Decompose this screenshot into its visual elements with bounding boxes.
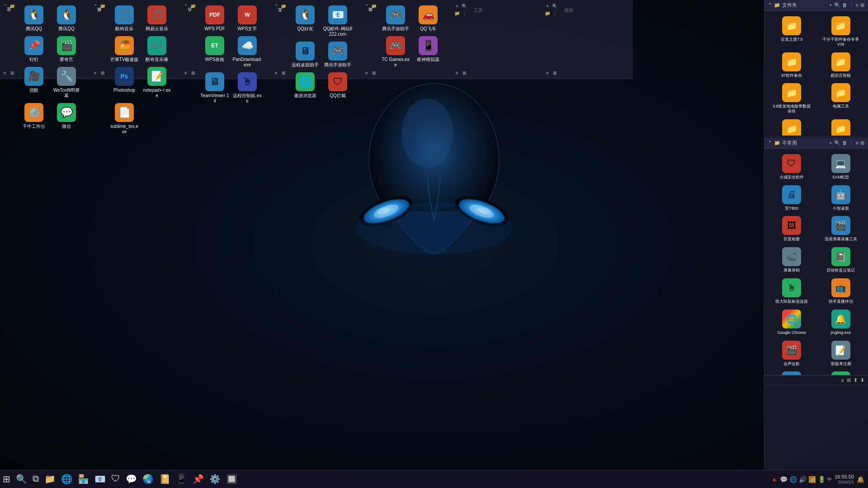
taskbar-app15[interactable]: 🔲 (223, 470, 240, 488)
app-youku[interactable]: 🎥 优酷 (18, 65, 50, 100)
app-qq-friend[interactable]: 🐧 QQ好友 (289, 4, 321, 39)
app-iqiyi[interactable]: 🎬 爱奇艺 (51, 34, 82, 64)
bar6-grid-view[interactable]: ⊞ (461, 70, 467, 76)
app-maxthon[interactable]: 🌐 遨游浏览器 (289, 70, 321, 100)
rp-app-flashfxp[interactable]: 📁 FlashFXP (817, 117, 865, 136)
rp-app-kuaishou[interactable]: 📺 快手直播伴侣 (817, 277, 865, 306)
bar1-list-view[interactable]: ≡ (2, 70, 8, 76)
app-wps-excel[interactable]: ET WPS表格 (199, 34, 231, 70)
app-sublime[interactable]: 📄 sublime_tex.exe (108, 101, 140, 136)
bar6-add[interactable]: + (454, 3, 460, 9)
tray-notification[interactable]: 🔔 (857, 476, 864, 483)
app-tencent-game[interactable]: 🎮 腾讯手游助手 (322, 40, 354, 70)
app-netease-music[interactable]: 🎵 网易云音乐 (141, 4, 173, 33)
bar1-folder[interactable]: 📁 (9, 3, 15, 9)
app-tc-games[interactable]: 🎮 TC Games.exe (380, 34, 411, 70)
rp-app-jingling[interactable]: 🔔 jingling.exe (817, 308, 865, 337)
right-panel-files-delete[interactable]: 🗑 (842, 2, 847, 8)
rp-app-new-register[interactable]: 📝 '新版本注册 (817, 339, 865, 368)
bar2-collapse[interactable]: ⌃ (92, 3, 99, 9)
rp-app-wechat-dev[interactable]: 🔧 微信开发调软件v2.2 (817, 370, 865, 375)
app-wetool[interactable]: 🔧 WeToolMR屏幕 (51, 65, 82, 100)
right-panel-files-gridview[interactable]: ⊞ (860, 2, 864, 8)
bar7-folder[interactable]: 📁 (544, 10, 551, 16)
taskbar-onenote[interactable]: 📔 (156, 470, 173, 488)
app-game-helper[interactable]: 🎮 腾讯手游助手 (380, 4, 411, 33)
app-wps-pdf[interactable]: PDF WPS PDF (199, 4, 231, 33)
bar7-grid-view[interactable]: ⊞ (552, 70, 558, 76)
taskbar-dingding[interactable]: 📌 (190, 470, 207, 488)
tray-battery[interactable]: 🔋 (818, 476, 826, 483)
bar3-list-view[interactable]: ≡ (183, 70, 189, 76)
bar1-grid-view[interactable]: ⊞ (9, 70, 15, 76)
taskbar-phone[interactable]: 📱 (173, 470, 190, 488)
taskbar-search[interactable]: 🔍 (13, 470, 30, 488)
app-remote-desktop[interactable]: 🖥 远程桌面助手 (289, 40, 321, 70)
rp-app-easy[interactable]: 📁 易语言智能 (817, 51, 865, 80)
taskbar-start[interactable]: ⊞ (0, 470, 13, 488)
rp-app-dism[interactable]: 💾 Dism++域坡极版 (768, 370, 816, 375)
bar4-folder[interactable]: 📁 (280, 3, 287, 9)
bar5-folder[interactable]: 📁 (371, 3, 377, 9)
bar3-folder[interactable]: 📁 (190, 3, 196, 9)
bar3-collapse[interactable]: ⌃ (183, 3, 189, 9)
right-panel-unused-more[interactable]: ⋮ (849, 140, 854, 146)
app-dingding[interactable]: 📌 钉钉 (18, 34, 50, 64)
bottom-rp-download[interactable]: ⬇ (860, 377, 864, 383)
tray-arrow[interactable]: 🔺 (770, 476, 778, 483)
bar2-grid-view[interactable]: ⊞ (99, 70, 106, 76)
taskbar-settings[interactable]: ⚙️ (207, 470, 223, 488)
app-photoshop[interactable]: Ps Photoshop (108, 65, 140, 100)
right-panel-files-listview[interactable]: ≡ (856, 2, 859, 8)
tray-network[interactable]: 🌐 (789, 476, 797, 483)
rp-app-pc-tools[interactable]: 📁 电脑工具 (817, 81, 865, 116)
app-wps-word[interactable]: W WPS文字 (231, 4, 263, 33)
tray-volume[interactable]: 🔊 (799, 476, 807, 483)
app-teamviewer[interactable]: 🖥 TeamViewer 14 (199, 70, 231, 106)
bar4-list-view[interactable]: ≡ (273, 70, 279, 76)
app-notepadpp[interactable]: 📝 notepad++.exe (141, 65, 173, 100)
right-panel-files-more[interactable]: ⋮ (849, 2, 854, 8)
bar7-more[interactable]: ⋮ (552, 10, 558, 16)
app-pandownload[interactable]: ☁️ PanDownload.exe (231, 34, 263, 70)
rp-app-97[interactable]: 📁 97软件备份 (768, 51, 816, 80)
bar7-search[interactable]: 🔍 (552, 3, 558, 9)
rp-app-xiaozhi[interactable]: 🤖 小智桌面 (817, 183, 865, 213)
taskbar-store[interactable]: 🏪 (75, 470, 92, 488)
bar5-collapse[interactable]: ⌃ (363, 3, 370, 9)
taskbar-wechat[interactable]: 💬 (123, 470, 140, 488)
app-remote-mouse[interactable]: 🖱 远程控制鼠.exe (231, 70, 263, 106)
rp-app-fire-security[interactable]: 🛡 火城安全软件 (768, 152, 816, 182)
app-kuqi-music[interactable]: 🎶 酷奇音乐播 (141, 34, 173, 64)
rp-app-xunlei-record[interactable]: 🎬 迅雷屏幕录像工具 (817, 214, 865, 244)
bar4-grid-view[interactable]: ⊞ (280, 70, 287, 76)
app-qq-racing[interactable]: 🚗 QQ飞车 (412, 4, 444, 33)
right-panel-unused-delete[interactable]: 🗑 (842, 140, 847, 146)
right-panel-files-collapse[interactable]: ⌃ (768, 2, 772, 8)
bar7-list-view[interactable]: ≡ (544, 70, 551, 76)
rp-app-sam[interactable]: 💻 SAM机型 (817, 152, 865, 182)
tray-wifi[interactable]: 📶 (808, 476, 816, 483)
app-tencent-qq1[interactable]: 🐧 腾讯QQ (18, 4, 50, 33)
bar4-collapse[interactable]: ⌃ (273, 3, 279, 9)
app-wechat[interactable]: 💬 微信 (51, 101, 82, 131)
right-panel-unused-collapse[interactable]: ⌃ (768, 140, 772, 146)
bar3-grid-view[interactable]: ⊞ (190, 70, 196, 76)
rp-app-t800[interactable]: 🖨 宽T800 (768, 183, 816, 213)
bar5-list-view[interactable]: ≡ (363, 70, 370, 76)
app-qianniu[interactable]: ⚙️ 千牛工作台 (18, 101, 50, 131)
taskbar-browser[interactable]: 🌏 (140, 470, 156, 488)
tray-datetime[interactable]: 16:55:50 2024/1/1 (835, 474, 854, 485)
tray-ime[interactable]: 中 (827, 476, 832, 483)
rp-app-youdao[interactable]: 📓 启动有道云笔记 (817, 245, 865, 275)
right-panel-unused-search[interactable]: 🔍 (834, 140, 840, 146)
app-qq-mail[interactable]: 📧 QQ邮件-网站8222.com (322, 4, 354, 39)
taskbar-edge[interactable]: 🌐 (58, 470, 75, 488)
rp-app-cert[interactable]: 📁 证道之显7.0 (768, 14, 816, 49)
rp-app-dragon[interactable]: 📁 3.8雷龙地地版带数据保存 (768, 81, 816, 116)
right-panel-unused-gridview[interactable]: ⊞ (860, 140, 864, 146)
rp-app-chrome[interactable]: 🌐 Google Chrome (768, 308, 816, 337)
taskbar-taskview[interactable]: ⧉ (30, 470, 42, 488)
app-kugou[interactable]: 🎵 酷狗音乐 (108, 4, 140, 33)
rp-app-huisheng[interactable]: 🎬 会声会影 (768, 339, 816, 368)
